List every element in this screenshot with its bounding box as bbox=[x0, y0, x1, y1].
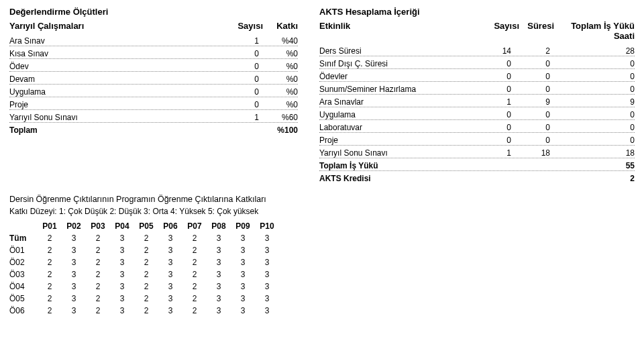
row-label: Sunum/Seminer Hazırlama bbox=[319, 85, 472, 95]
matrix-cell: 3 bbox=[207, 232, 231, 244]
row-b: 9 bbox=[511, 97, 550, 107]
matrix-cell: 2 bbox=[86, 244, 110, 256]
row-c: 9 bbox=[550, 97, 635, 107]
row-contrib: %0 bbox=[259, 87, 298, 97]
contribution-subtitle: Katkı Düzeyi: 1: Çok Düşük 2: Düşük 3: O… bbox=[9, 207, 432, 216]
matrix-cell: 3 bbox=[231, 293, 255, 305]
matrix-col-header: P06 bbox=[158, 220, 182, 232]
matrix-cell: 3 bbox=[207, 244, 231, 256]
matrix-cell: 3 bbox=[110, 256, 134, 268]
assessment-col-count: Sayısı bbox=[228, 21, 263, 31]
row-c: 0 bbox=[550, 85, 635, 95]
matrix-row-header: Ö04 bbox=[9, 280, 38, 293]
row-c: 0 bbox=[550, 72, 635, 82]
matrix-col-header: P08 bbox=[207, 220, 231, 232]
matrix-cell: 3 bbox=[231, 244, 255, 256]
row-label: Sınıf Dışı Ç. Süresi bbox=[319, 59, 472, 69]
matrix-cell: 2 bbox=[182, 256, 207, 268]
table-row: Ödev0%0 bbox=[9, 59, 298, 72]
matrix-cell: 2 bbox=[134, 268, 158, 280]
row-count: 0 bbox=[220, 49, 259, 59]
matrix-cell: 3 bbox=[110, 268, 134, 280]
row-contrib: %0 bbox=[259, 49, 298, 59]
row-label: Ders Süresi bbox=[319, 46, 472, 56]
row-b: 0 bbox=[511, 110, 550, 120]
matrix-cell: 3 bbox=[255, 268, 279, 280]
row-a: 0 bbox=[472, 85, 511, 95]
assessment-col-contrib: Katkı bbox=[263, 21, 298, 31]
matrix-col-header: P10 bbox=[255, 220, 279, 232]
matrix-cell: 3 bbox=[158, 305, 182, 317]
matrix-cell: 2 bbox=[182, 305, 207, 317]
matrix-cell: 2 bbox=[182, 244, 207, 256]
contribution-matrix: P01P02P03P04P05P06P07P08P09P10Tüm2323232… bbox=[9, 220, 279, 317]
table-row: Sunum/Seminer Hazırlama000 bbox=[319, 82, 635, 95]
row-count: 0 bbox=[220, 74, 259, 85]
row-label: Proje bbox=[9, 100, 220, 110]
matrix-cell: 3 bbox=[62, 244, 86, 256]
table-row: Devam0%0 bbox=[9, 72, 298, 85]
row-b: 0 bbox=[511, 136, 550, 146]
matrix-row-header: Ö06 bbox=[9, 305, 38, 317]
row-b: 18 bbox=[511, 148, 550, 158]
matrix-cell: 3 bbox=[255, 256, 279, 268]
matrix-col-header: P04 bbox=[110, 220, 134, 232]
matrix-col-header: P02 bbox=[62, 220, 86, 232]
matrix-cell: 3 bbox=[62, 268, 86, 280]
table-row: Uygulama0%0 bbox=[9, 85, 298, 97]
matrix-cell: 3 bbox=[255, 232, 279, 244]
total-workload-label: Toplam İş Yükü bbox=[319, 161, 472, 171]
table-row: Kısa Sınav0%0 bbox=[9, 46, 298, 59]
row-label: Laboratuvar bbox=[319, 123, 472, 133]
matrix-row: Tüm2323232333 bbox=[9, 232, 279, 244]
matrix-cell: 2 bbox=[134, 280, 158, 293]
matrix-cell: 2 bbox=[134, 244, 158, 256]
matrix-cell: 2 bbox=[182, 280, 207, 293]
matrix-cell: 3 bbox=[207, 268, 231, 280]
matrix-cell: 3 bbox=[231, 268, 255, 280]
matrix-cell: 3 bbox=[110, 305, 134, 317]
row-count: 0 bbox=[220, 62, 259, 72]
matrix-row: Ö042323232333 bbox=[9, 280, 279, 293]
table-row: Sınıf Dışı Ç. Süresi000 bbox=[319, 56, 635, 69]
row-a: 0 bbox=[472, 59, 511, 69]
row-b: 0 bbox=[511, 123, 550, 133]
row-b: 2 bbox=[511, 46, 550, 56]
matrix-cell: 2 bbox=[38, 305, 62, 317]
matrix-cell: 2 bbox=[38, 280, 62, 293]
row-count: 0 bbox=[220, 100, 259, 110]
contribution-title: Dersin Öğrenme Çıktılarının Programın Öğ… bbox=[9, 195, 432, 204]
row-a: 1 bbox=[472, 97, 511, 107]
row-contrib: %0 bbox=[259, 100, 298, 110]
matrix-cell: 3 bbox=[231, 256, 255, 268]
table-row: Ara Sınavlar199 bbox=[319, 95, 635, 107]
matrix-cell: 3 bbox=[62, 256, 86, 268]
row-label: Proje bbox=[319, 136, 472, 146]
table-row: Ödevler000 bbox=[319, 69, 635, 82]
matrix-cell: 3 bbox=[62, 280, 86, 293]
matrix-row: Ö062323232333 bbox=[9, 305, 279, 317]
matrix-cell: 2 bbox=[134, 305, 158, 317]
matrix-cell: 2 bbox=[38, 256, 62, 268]
matrix-cell: 2 bbox=[182, 293, 207, 305]
matrix-cell: 3 bbox=[158, 256, 182, 268]
matrix-cell: 2 bbox=[86, 280, 110, 293]
matrix-col-header: P03 bbox=[86, 220, 110, 232]
matrix-cell: 3 bbox=[231, 305, 255, 317]
row-b: 0 bbox=[511, 72, 550, 82]
row-a: 14 bbox=[472, 46, 511, 56]
ects-credit-value: 2 bbox=[550, 174, 635, 184]
assessment-rows: Ara Sınav1%40Kısa Sınav0%0Ödev0%0Devam0%… bbox=[9, 34, 298, 136]
table-row: Laboratuvar000 bbox=[319, 120, 635, 133]
matrix-cell: 3 bbox=[231, 280, 255, 293]
row-b: 0 bbox=[511, 85, 550, 95]
row-a: 0 bbox=[472, 72, 511, 82]
matrix-cell: 2 bbox=[86, 232, 110, 244]
table-row: Uygulama000 bbox=[319, 107, 635, 120]
ects-col-total: Toplam İş Yükü Saati bbox=[554, 21, 635, 41]
matrix-cell: 3 bbox=[255, 293, 279, 305]
matrix-cell: 3 bbox=[207, 305, 231, 317]
table-row: Proje0%0 bbox=[9, 97, 298, 110]
row-label: Ödev bbox=[9, 62, 220, 72]
matrix-cell: 2 bbox=[134, 256, 158, 268]
